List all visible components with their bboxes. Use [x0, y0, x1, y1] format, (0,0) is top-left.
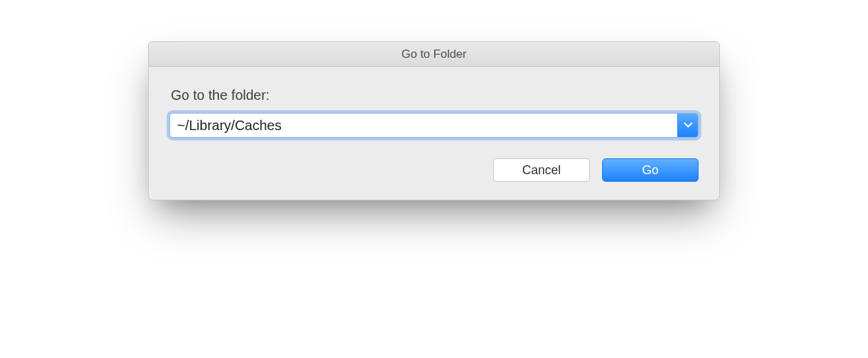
folder-path-input[interactable]	[170, 114, 677, 137]
dialog-button-row: Cancel Go	[169, 158, 699, 182]
cancel-button-label: Cancel	[522, 163, 561, 178]
dialog-body: Go to the folder: Cancel Go	[149, 67, 719, 200]
cancel-button[interactable]: Cancel	[493, 158, 590, 182]
dialog-title: Go to Folder	[402, 48, 467, 61]
go-button-label: Go	[642, 163, 659, 178]
chevron-down-icon	[684, 123, 692, 128]
go-to-folder-dialog: Go to Folder Go to the folder: Cancel Go	[148, 41, 720, 200]
prompt-label: Go to the folder:	[169, 87, 699, 103]
folder-path-dropdown-button[interactable]	[677, 114, 698, 137]
go-button[interactable]: Go	[602, 158, 699, 182]
dialog-titlebar: Go to Folder	[149, 42, 719, 67]
folder-path-combo[interactable]	[169, 113, 699, 138]
